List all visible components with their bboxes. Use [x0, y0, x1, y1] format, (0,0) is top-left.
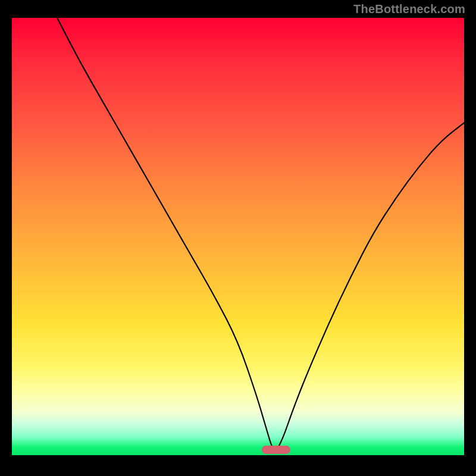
chart-frame: TheBottleneck.com [0, 0, 476, 476]
bottleneck-curve [57, 18, 464, 450]
plot-area [12, 18, 464, 455]
curve-svg [12, 18, 464, 455]
optimum-marker [262, 446, 290, 454]
watermark-text: TheBottleneck.com [353, 2, 465, 16]
